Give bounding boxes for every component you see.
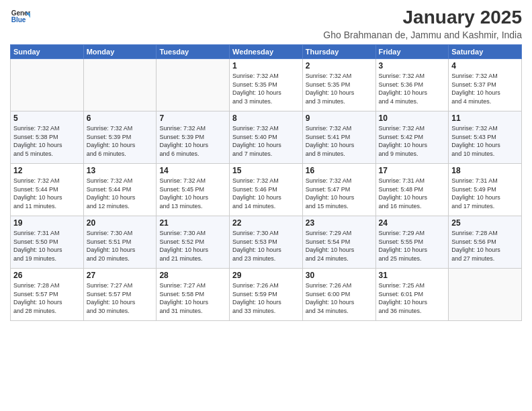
- header-saturday: Saturday: [449, 45, 522, 59]
- day-number: 31: [379, 271, 446, 280]
- table-row: 11Sunrise: 7:32 AM Sunset: 5:43 PM Dayli…: [449, 111, 522, 164]
- day-info: Sunrise: 7:32 AM Sunset: 5:36 PM Dayligh…: [379, 72, 446, 105]
- logo-icon: General Blue: [10, 7, 30, 27]
- table-row: 18Sunrise: 7:31 AM Sunset: 5:49 PM Dayli…: [449, 164, 522, 216]
- day-info: Sunrise: 7:32 AM Sunset: 5:46 PM Dayligh…: [232, 177, 300, 210]
- table-row: 29Sunrise: 7:26 AM Sunset: 5:59 PM Dayli…: [230, 269, 303, 321]
- day-info: Sunrise: 7:28 AM Sunset: 5:56 PM Dayligh…: [451, 229, 519, 263]
- day-info: Sunrise: 7:32 AM Sunset: 5:45 PM Dayligh…: [159, 177, 226, 210]
- table-row: 3Sunrise: 7:32 AM Sunset: 5:36 PM Daylig…: [375, 59, 449, 111]
- day-info: Sunrise: 7:32 AM Sunset: 5:44 PM Dayligh…: [13, 177, 81, 210]
- table-row: 12Sunrise: 7:32 AM Sunset: 5:44 PM Dayli…: [11, 164, 84, 216]
- day-info: Sunrise: 7:30 AM Sunset: 5:51 PM Dayligh…: [87, 229, 154, 263]
- day-info: Sunrise: 7:32 AM Sunset: 5:40 PM Dayligh…: [232, 124, 300, 158]
- table-row: [83, 59, 157, 111]
- day-number: 7: [159, 113, 226, 123]
- header-wednesday: Wednesday: [230, 45, 303, 59]
- day-info: Sunrise: 7:32 AM Sunset: 5:47 PM Dayligh…: [306, 177, 373, 210]
- header-friday: Friday: [375, 45, 449, 59]
- week-row-0: 1Sunrise: 7:32 AM Sunset: 5:35 PM Daylig…: [11, 59, 522, 111]
- table-row: 4Sunrise: 7:32 AM Sunset: 5:37 PM Daylig…: [449, 59, 522, 111]
- table-row: 24Sunrise: 7:29 AM Sunset: 5:55 PM Dayli…: [375, 216, 449, 269]
- table-row: [11, 59, 84, 111]
- location-title: Gho Brahmanan de, Jammu and Kashmir, Ind…: [323, 30, 522, 40]
- day-number: 24: [379, 218, 446, 228]
- day-info: Sunrise: 7:31 AM Sunset: 5:49 PM Dayligh…: [451, 177, 519, 210]
- week-row-4: 26Sunrise: 7:28 AM Sunset: 5:57 PM Dayli…: [11, 269, 522, 321]
- day-number: 2: [306, 61, 373, 71]
- table-row: 31Sunrise: 7:25 AM Sunset: 6:01 PM Dayli…: [375, 269, 449, 321]
- day-number: 14: [159, 166, 226, 175]
- calendar-table: Sunday Monday Tuesday Wednesday Thursday…: [10, 44, 522, 321]
- weekday-header-row: Sunday Monday Tuesday Wednesday Thursday…: [11, 45, 522, 59]
- table-row: 7Sunrise: 7:32 AM Sunset: 5:39 PM Daylig…: [157, 111, 230, 164]
- table-row: 21Sunrise: 7:30 AM Sunset: 5:52 PM Dayli…: [157, 216, 230, 269]
- day-info: Sunrise: 7:32 AM Sunset: 5:43 PM Dayligh…: [451, 124, 519, 158]
- table-row: 9Sunrise: 7:32 AM Sunset: 5:41 PM Daylig…: [302, 111, 375, 164]
- day-info: Sunrise: 7:28 AM Sunset: 5:57 PM Dayligh…: [13, 281, 81, 315]
- month-title: January 2025: [323, 7, 522, 28]
- day-number: 17: [379, 166, 446, 175]
- table-row: 26Sunrise: 7:28 AM Sunset: 5:57 PM Dayli…: [11, 269, 84, 321]
- day-info: Sunrise: 7:26 AM Sunset: 6:00 PM Dayligh…: [306, 281, 373, 315]
- day-number: 13: [87, 166, 154, 175]
- table-row: 16Sunrise: 7:32 AM Sunset: 5:47 PM Dayli…: [302, 164, 375, 216]
- table-row: 1Sunrise: 7:32 AM Sunset: 5:35 PM Daylig…: [230, 59, 303, 111]
- day-info: Sunrise: 7:32 AM Sunset: 5:39 PM Dayligh…: [159, 124, 226, 158]
- day-info: Sunrise: 7:26 AM Sunset: 5:59 PM Dayligh…: [232, 281, 300, 315]
- logo: General Blue: [10, 7, 30, 27]
- table-row: 8Sunrise: 7:32 AM Sunset: 5:40 PM Daylig…: [230, 111, 303, 164]
- day-number: 21: [159, 218, 226, 228]
- day-number: 8: [232, 113, 300, 123]
- day-number: 12: [13, 166, 81, 175]
- header-tuesday: Tuesday: [157, 45, 230, 59]
- week-row-2: 12Sunrise: 7:32 AM Sunset: 5:44 PM Dayli…: [11, 164, 522, 216]
- day-number: 3: [379, 61, 446, 71]
- day-number: 4: [451, 61, 519, 71]
- day-info: Sunrise: 7:32 AM Sunset: 5:39 PM Dayligh…: [87, 124, 154, 158]
- table-row: 5Sunrise: 7:32 AM Sunset: 5:38 PM Daylig…: [11, 111, 84, 164]
- table-row: 17Sunrise: 7:31 AM Sunset: 5:48 PM Dayli…: [375, 164, 449, 216]
- table-row: 25Sunrise: 7:28 AM Sunset: 5:56 PM Dayli…: [449, 216, 522, 269]
- day-number: 5: [13, 113, 81, 123]
- header-thursday: Thursday: [302, 45, 375, 59]
- table-row: 30Sunrise: 7:26 AM Sunset: 6:00 PM Dayli…: [302, 269, 375, 321]
- table-row: 6Sunrise: 7:32 AM Sunset: 5:39 PM Daylig…: [83, 111, 157, 164]
- day-info: Sunrise: 7:27 AM Sunset: 5:58 PM Dayligh…: [159, 281, 226, 315]
- day-number: 6: [87, 113, 154, 123]
- day-number: 30: [306, 271, 373, 280]
- table-row: 13Sunrise: 7:32 AM Sunset: 5:44 PM Dayli…: [83, 164, 157, 216]
- header-sunday: Sunday: [11, 45, 84, 59]
- day-number: 18: [451, 166, 519, 175]
- day-info: Sunrise: 7:32 AM Sunset: 5:41 PM Dayligh…: [306, 124, 373, 158]
- day-info: Sunrise: 7:32 AM Sunset: 5:37 PM Dayligh…: [451, 72, 519, 105]
- day-number: 1: [232, 61, 300, 71]
- day-number: 23: [306, 218, 373, 228]
- header-monday: Monday: [83, 45, 157, 59]
- day-info: Sunrise: 7:32 AM Sunset: 5:42 PM Dayligh…: [379, 124, 446, 158]
- table-row: 23Sunrise: 7:29 AM Sunset: 5:54 PM Dayli…: [302, 216, 375, 269]
- title-block: January 2025 Gho Brahmanan de, Jammu and…: [323, 7, 522, 40]
- day-info: Sunrise: 7:32 AM Sunset: 5:35 PM Dayligh…: [306, 72, 373, 105]
- svg-text:Blue: Blue: [11, 16, 26, 24]
- day-number: 29: [232, 271, 300, 280]
- day-info: Sunrise: 7:32 AM Sunset: 5:38 PM Dayligh…: [13, 124, 81, 158]
- day-number: 15: [232, 166, 300, 175]
- table-row: 14Sunrise: 7:32 AM Sunset: 5:45 PM Dayli…: [157, 164, 230, 216]
- page: General Blue January 2025 Gho Brahmanan …: [0, 0, 532, 411]
- day-info: Sunrise: 7:30 AM Sunset: 5:52 PM Dayligh…: [159, 229, 226, 263]
- table-row: 20Sunrise: 7:30 AM Sunset: 5:51 PM Dayli…: [83, 216, 157, 269]
- day-number: 20: [87, 218, 154, 228]
- week-row-1: 5Sunrise: 7:32 AM Sunset: 5:38 PM Daylig…: [11, 111, 522, 164]
- day-number: 28: [159, 271, 226, 280]
- table-row: [157, 59, 230, 111]
- day-info: Sunrise: 7:31 AM Sunset: 5:50 PM Dayligh…: [13, 229, 81, 263]
- day-info: Sunrise: 7:29 AM Sunset: 5:55 PM Dayligh…: [379, 229, 446, 263]
- day-info: Sunrise: 7:27 AM Sunset: 5:57 PM Dayligh…: [87, 281, 154, 315]
- day-info: Sunrise: 7:32 AM Sunset: 5:35 PM Dayligh…: [232, 72, 300, 105]
- day-number: 27: [87, 271, 154, 280]
- table-row: 15Sunrise: 7:32 AM Sunset: 5:46 PM Dayli…: [230, 164, 303, 216]
- day-info: Sunrise: 7:25 AM Sunset: 6:01 PM Dayligh…: [379, 281, 446, 315]
- table-row: 28Sunrise: 7:27 AM Sunset: 5:58 PM Dayli…: [157, 269, 230, 321]
- day-number: 16: [306, 166, 373, 175]
